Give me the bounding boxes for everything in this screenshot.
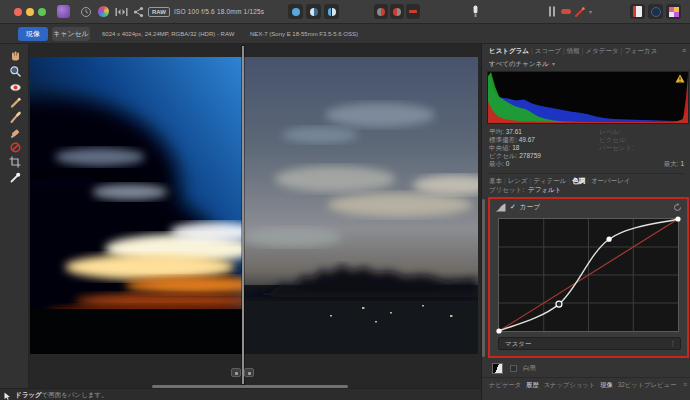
cancel-button[interactable]: キャンセル (52, 27, 90, 41)
overlay-erase-tool[interactable] (7, 125, 23, 139)
tab-snapshots[interactable]: スナップショット (544, 381, 596, 388)
status-bar: ドラッグで画面をパンします。 (0, 388, 481, 400)
tab-separator: | (563, 47, 565, 54)
share-icon[interactable] (131, 4, 146, 19)
panel-menu-icon[interactable]: ≡ (682, 47, 686, 54)
curves-enable-checkbox[interactable]: ✓ (510, 203, 516, 211)
develop-toolbar: 現像 キャンセル 6024 x 4024px, 24.24MP, RGBA/32… (0, 24, 690, 44)
tab-separator: | (530, 177, 532, 184)
history-clock-icon[interactable] (78, 4, 93, 19)
minimize-button[interactable] (26, 8, 34, 16)
tab-basic[interactable]: 基本 (489, 177, 502, 184)
tab-separator: | (531, 47, 533, 54)
tab-32bit-preview[interactable]: 32ビットプレビュー (618, 381, 676, 388)
single-view-button[interactable] (288, 4, 303, 19)
columns-icon[interactable] (546, 4, 558, 19)
tab-histogram[interactable]: ヒストグラム (489, 47, 529, 54)
curve-node-0[interactable] (496, 328, 501, 333)
photo-split-view[interactable] (30, 57, 478, 354)
clipped-highlights-button[interactable] (374, 4, 388, 19)
zoom-button[interactable] (38, 8, 46, 16)
tab-separator: | (504, 177, 506, 184)
view-tool[interactable] (7, 48, 23, 62)
preset-row[interactable]: プリセット:デフォルト (489, 186, 561, 195)
cursor-icon (4, 392, 11, 400)
kebab-icon: ⋮ (670, 338, 677, 349)
reset-icon[interactable] (673, 203, 682, 212)
right-panel: ヒストグラム|スコープ|情報|メタデータ|フォーカス ≡ すべてのチャンネル▾ … (481, 44, 690, 400)
clipped-shadows-button[interactable] (390, 4, 404, 19)
curve-channel-select[interactable]: マスター ⋮ (498, 337, 681, 350)
split-compare-icon[interactable] (114, 4, 129, 19)
color-wheel-icon[interactable] (96, 4, 111, 19)
bw-icon (492, 363, 503, 374)
curve-node-1[interactable] (556, 301, 562, 307)
split-view-button[interactable] (306, 4, 321, 19)
tab-history[interactable]: 履歴 (526, 381, 539, 388)
develop-tab-row: 基本|レンズ|ディテール|色調|オーバーレイ (489, 173, 684, 186)
crop-tool[interactable] (7, 155, 23, 169)
panel-menu-icon[interactable]: ≡ (683, 381, 687, 388)
lamp-icon[interactable] (468, 4, 483, 19)
mirror-view-button[interactable] (324, 4, 339, 19)
curves-header: ✓ カーブ (490, 200, 687, 215)
histogram-range: 最小: 0 最大: 1 (489, 160, 684, 169)
curves-title: カーブ (520, 203, 540, 212)
assistant-caret-icon[interactable]: ▾ (589, 8, 592, 15)
tab-info[interactable]: 情報 (567, 47, 580, 54)
tab-tones[interactable]: 色調 (572, 177, 585, 184)
curve-node-2[interactable] (606, 237, 611, 242)
panel-tab-row: ヒストグラム|スコープ|情報|メタデータ|フォーカス (489, 47, 657, 56)
status-hint: ドラッグで画面をパンします。 (15, 391, 108, 400)
tab-separator: | (621, 47, 623, 54)
blemish-removal-tool[interactable] (7, 95, 23, 109)
red-eye-tool[interactable] (7, 80, 23, 94)
raw-badge: RAW (148, 7, 170, 17)
camera-info-text: NEX-7 (Sony E 18-55mm F3.5-5.6 OSS) (250, 31, 358, 37)
overlay-paint-tool[interactable] (7, 110, 23, 124)
tab-details[interactable]: ディテール (533, 177, 566, 184)
tab-metadata[interactable]: メタデータ (586, 47, 619, 54)
develop-commit-button[interactable]: 現像 (18, 27, 48, 41)
divider-handle-left[interactable] (231, 368, 241, 377)
curve-node-3[interactable] (675, 216, 680, 221)
swatches-panel-button[interactable] (666, 4, 681, 19)
zoom-tool[interactable] (7, 64, 23, 78)
curves-icon (495, 203, 506, 212)
contrast-panel-button[interactable] (648, 4, 663, 19)
chevron-down-icon: ▾ (552, 61, 555, 67)
tab-overlays[interactable]: オーバーレイ (591, 177, 631, 184)
capsule-icon[interactable] (559, 4, 573, 19)
document-canvas[interactable] (29, 44, 481, 388)
curve-chart[interactable] (498, 218, 679, 332)
divider-handle-right[interactable] (244, 368, 254, 377)
white-balance-tool[interactable] (7, 170, 23, 184)
app-icon (56, 4, 71, 19)
stock-panel-button[interactable] (630, 4, 645, 19)
exif-readout: ISO 100 f/5.6 18.0mm 1/125s (174, 8, 264, 15)
panel-scrollbar[interactable] (482, 199, 485, 357)
tab-lens[interactable]: レンズ (508, 177, 528, 184)
bw-enable-checkbox[interactable] (510, 365, 517, 372)
tab-develop[interactable]: 現像 (600, 381, 613, 388)
titlebar: RAW ISO 100 f/5.6 18.0mm 1/125s (0, 0, 690, 24)
tab-navigator[interactable]: ナビゲータ (489, 381, 521, 388)
tab-scope[interactable]: スコープ (535, 47, 561, 54)
overlay-gradient-tool[interactable] (7, 140, 23, 154)
tab-focus[interactable]: フォーカス (624, 47, 657, 54)
split-divider[interactable] (242, 46, 244, 384)
image-dimensions-text: 6024 x 4024px, 24.24MP, RGBA/32 (HDR) - … (102, 31, 234, 37)
close-button[interactable] (14, 8, 22, 16)
clipping-warning-icon[interactable] (675, 74, 685, 83)
tool-strip (0, 44, 29, 388)
channel-selector[interactable]: すべてのチャンネル▾ (489, 60, 555, 69)
bw-section-header[interactable]: 白黒 (488, 362, 685, 376)
clipped-tones-button[interactable] (406, 4, 420, 19)
assistant-pen-icon[interactable] (573, 4, 587, 19)
bottom-panel-tabs: ナビゲータ履歴スナップショット現像32ビットプレビュー ≡ (482, 377, 690, 391)
bw-title: 白黒 (523, 364, 536, 373)
tab-separator: | (568, 177, 570, 184)
photo-after (242, 57, 478, 354)
histogram-stats-secondary: レベル: ピクセル: パーセント: (599, 128, 634, 152)
curves-section: ✓ カーブ マスター ⋮ (488, 197, 689, 358)
